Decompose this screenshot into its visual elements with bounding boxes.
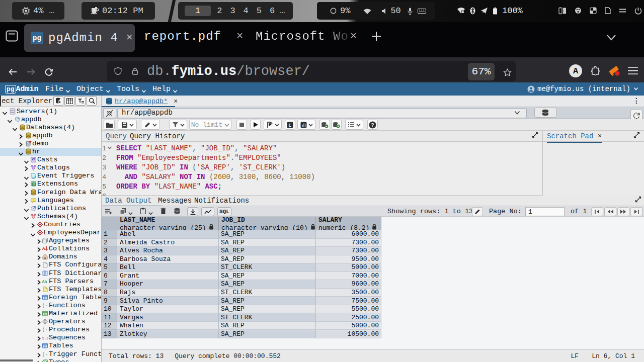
svg-text:Aa: Aa <box>42 279 47 284</box>
svg-text:1.3: 1.3 <box>42 336 48 340</box>
svg-text:E: E <box>289 123 292 128</box>
svg-text:A: A <box>42 246 45 251</box>
svg-text:(·): (·) <box>42 303 49 309</box>
svg-text:(·): (·) <box>42 327 49 333</box>
svg-text:(·): (·) <box>42 352 49 357</box>
svg-text:?: ? <box>371 123 374 128</box>
